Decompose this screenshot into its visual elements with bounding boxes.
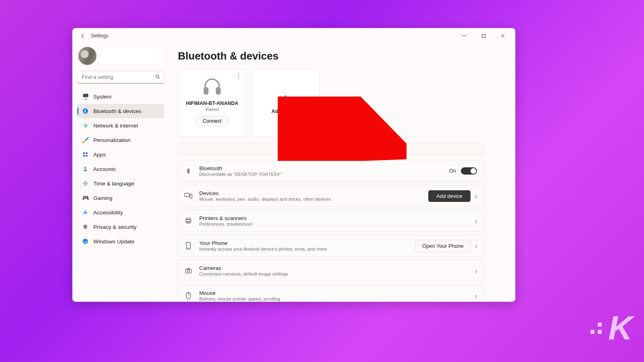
device-name: HIFIMAN-BT-ANANDA (186, 101, 239, 106)
svg-point-2 (156, 75, 159, 78)
view-more-devices-button[interactable]: View more devices (178, 143, 484, 155)
add-device-button[interactable]: Add device (428, 190, 470, 202)
sidebar-item-label: Privacy & security (93, 224, 136, 230)
device-card: ⋮ HIFIMAN-BT-ANANDA Paired Connect (178, 69, 246, 137)
add-device-label: Add device (271, 108, 299, 114)
bluetooth-icon (82, 108, 89, 114)
svg-point-23 (187, 270, 190, 272)
sidebar-item-label: Time & language (93, 181, 134, 187)
window-title: Settings (91, 33, 108, 39)
sidebar-item-privacy[interactable]: Privacy & security (77, 220, 164, 234)
devices-icon (184, 192, 193, 200)
row-printers[interactable]: Printers & scanners Preferences, trouble… (178, 210, 484, 232)
svg-rect-1 (482, 34, 485, 37)
sidebar-item-time-language[interactable]: Time & language (77, 176, 164, 191)
row-devices[interactable]: Devices Mouse, keyboard, pen, audio, dis… (178, 185, 484, 207)
sidebar-item-label: Windows Update (93, 239, 134, 245)
search-icon (155, 74, 161, 81)
minimize-button[interactable] (455, 30, 473, 41)
bluetooth-toggle-row: Bluetooth Discoverable as "DESKTOP-TGKTE… (178, 160, 484, 182)
row-desc: Connected cameras, default image setting… (199, 272, 469, 276)
chevron-right-icon: › (475, 291, 477, 300)
svg-rect-19 (187, 222, 190, 224)
phone-icon (184, 242, 193, 250)
open-your-phone-button[interactable]: Open Your Phone (415, 240, 471, 252)
profile-name-redacted (101, 47, 163, 65)
gaming-icon: 🎮 (82, 195, 89, 201)
sidebar-item-label: Apps (93, 152, 106, 158)
svg-rect-24 (187, 268, 190, 269)
minimize-icon (462, 33, 466, 38)
row-desc: Buttons, mouse pointer speed, scrolling (199, 296, 469, 301)
avatar[interactable] (78, 47, 97, 65)
svg-line-3 (159, 78, 160, 79)
add-device-card[interactable]: ＋ Add device (251, 69, 320, 137)
row-desc: Mouse, keyboard, pen, audio, displays an… (199, 197, 422, 202)
sidebar-item-label: Accounts (93, 166, 116, 172)
sidebar-item-bluetooth[interactable]: Bluetooth & devices (77, 104, 164, 118)
sidebar-item-label: Bluetooth & devices (93, 108, 141, 114)
bluetooth-state-label: On (449, 168, 456, 174)
bluetooth-row-desc: Discoverable as "DESKTOP-TGKTE5V" (199, 172, 443, 177)
chevron-right-icon: › (475, 216, 477, 226)
device-status: Paired (205, 107, 219, 112)
svg-point-11 (85, 210, 86, 212)
bluetooth-row-icon (184, 167, 193, 175)
maximize-icon (481, 34, 486, 38)
maximize-button[interactable] (474, 30, 493, 41)
row-cameras[interactable]: Cameras Connected cameras, default image… (178, 260, 484, 282)
sidebar-item-system[interactable]: 🖥️ System (77, 89, 164, 104)
main-pane: Bluetooth & devices ⋮ HIFIMAN-BT-ANANDA … (169, 43, 515, 302)
mouse-icon (184, 292, 193, 300)
watermark: K (590, 309, 630, 348)
chevron-right-icon: › (475, 191, 477, 201)
back-button[interactable] (77, 30, 89, 41)
sidebar-item-personalization[interactable]: 🖌️ Personalization (77, 133, 164, 147)
sidebar-item-label: System (93, 94, 111, 100)
shield-icon (82, 224, 89, 230)
bluetooth-toggle[interactable] (461, 167, 477, 175)
close-button[interactable] (493, 30, 512, 41)
sidebar-item-windows-update[interactable]: Windows Update (77, 234, 164, 249)
row-title: Mouse (199, 290, 469, 296)
sidebar: 🖥️ System Bluetooth & devices Network & … (72, 43, 169, 302)
row-mouse[interactable]: Mouse Buttons, mouse pointer speed, scro… (178, 285, 484, 302)
row-desc: Instantly access your Android device's p… (199, 247, 409, 251)
row-title: Printers & scanners (199, 215, 469, 221)
system-icon: 🖥️ (82, 93, 89, 100)
paintbrush-icon: 🖌️ (82, 137, 89, 143)
svg-rect-8 (86, 155, 87, 156)
svg-rect-6 (86, 152, 87, 154)
sidebar-item-gaming[interactable]: 🎮 Gaming (77, 191, 164, 205)
sidebar-item-label: Gaming (93, 195, 112, 201)
svg-rect-13 (204, 88, 208, 94)
back-arrow-icon (80, 33, 86, 39)
apps-icon (82, 152, 89, 157)
search-input[interactable] (77, 71, 164, 84)
search-field[interactable] (82, 74, 153, 80)
plus-icon: ＋ (279, 92, 291, 104)
close-icon (500, 33, 505, 38)
svg-rect-14 (217, 88, 220, 94)
svg-rect-18 (186, 220, 191, 222)
titlebar: Settings (72, 28, 515, 43)
svg-rect-15 (185, 193, 190, 196)
svg-rect-5 (83, 152, 85, 154)
connect-button[interactable]: Connect (196, 116, 229, 126)
sidebar-item-accessibility[interactable]: Accessibility (77, 205, 164, 220)
device-card-menu-button[interactable]: ⋮ (235, 72, 242, 80)
wifi-icon (82, 123, 89, 129)
svg-rect-7 (83, 155, 85, 156)
profile-section (77, 43, 164, 71)
accessibility-icon (82, 210, 89, 215)
sidebar-item-apps[interactable]: Apps (77, 147, 164, 162)
svg-rect-16 (190, 194, 192, 198)
chevron-right-icon: › (475, 266, 477, 276)
sidebar-item-network[interactable]: Network & internet (77, 118, 164, 133)
svg-rect-17 (186, 218, 191, 220)
row-your-phone[interactable]: Your Phone Instantly access your Android… (178, 235, 484, 257)
sidebar-item-label: Network & internet (93, 123, 138, 129)
sidebar-item-accounts[interactable]: Accounts (77, 162, 164, 176)
chevron-right-icon: › (475, 241, 477, 251)
bluetooth-row-title: Bluetooth (199, 165, 443, 171)
